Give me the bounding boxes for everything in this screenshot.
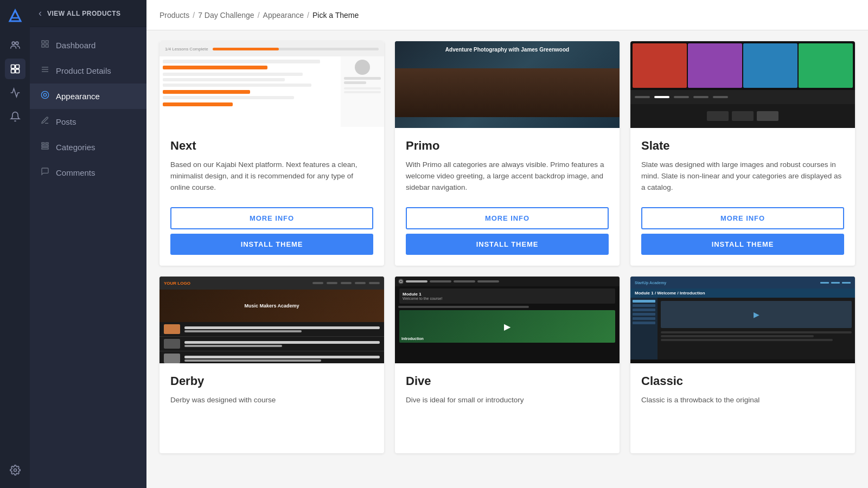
dashboard-icon: [41, 40, 49, 51]
more-info-button-next[interactable]: MORE INFO: [170, 207, 373, 229]
theme-grid: 1/4 Lessons Complete: [159, 41, 855, 453]
icon-chart[interactable]: [5, 82, 25, 103]
sidebar-item-posts[interactable]: Posts: [30, 109, 146, 134]
svg-rect-6: [11, 69, 15, 73]
theme-card-dive: Module 1 Welcome to the course! ▶ Introd…: [395, 277, 620, 453]
icon-settings[interactable]: [5, 460, 25, 480]
breadcrumb-sep-2: /: [258, 11, 260, 20]
theme-desc-next: Based on our Kajabi Next platform. Next …: [170, 159, 373, 197]
product-details-icon: [41, 65, 49, 76]
theme-card-slate: Slate Slate was designed with large imag…: [630, 41, 855, 266]
sidebar-item-dashboard-label: Dashboard: [56, 41, 95, 50]
theme-card-next: 1/4 Lessons Complete: [159, 41, 384, 266]
topbar: Products / 7 Day Challenge / Appearance …: [146, 0, 868, 30]
icon-active-section[interactable]: [5, 59, 25, 79]
theme-name-classic: Classic: [641, 374, 844, 388]
theme-preview-derby: YOUR LOGO Music Makers Academy: [159, 277, 384, 363]
sidebar-item-dashboard[interactable]: Dashboard: [30, 33, 146, 58]
breadcrumb-products[interactable]: Products: [159, 11, 189, 20]
sidebar-navigation: Dashboard Product Details Appearance: [30, 27, 146, 191]
svg-point-8: [14, 469, 16, 472]
sidebar-item-posts-label: Posts: [56, 117, 76, 126]
app-logo[interactable]: [5, 5, 25, 26]
theme-desc-derby: Derby was designed with course: [170, 395, 373, 433]
sidebar-item-categories-label: Categories: [56, 143, 95, 152]
breadcrumb-challenge[interactable]: 7 Day Challenge: [198, 11, 254, 20]
theme-name-derby: Derby: [170, 374, 373, 388]
svg-point-3: [15, 42, 18, 44]
sidebar-item-appearance-label: Appearance: [56, 92, 100, 101]
sidebar-item-comments-label: Comments: [56, 168, 95, 177]
theme-preview-next: 1/4 Lessons Complete: [159, 41, 384, 128]
theme-card-primo: Adventure Photography with James Greenwo…: [395, 41, 620, 266]
svg-point-17: [41, 91, 48, 98]
theme-desc-dive: Dive is ideal for small or introductory: [406, 395, 609, 433]
themes-content: 1/4 Lessons Complete: [146, 30, 868, 488]
svg-line-23: [402, 282, 403, 283]
theme-name-dive: Dive: [406, 374, 609, 388]
install-button-slate[interactable]: INSTALL THEME: [641, 234, 844, 255]
sidebar-item-appearance[interactable]: Appearance: [30, 84, 146, 109]
svg-rect-9: [42, 41, 44, 43]
theme-card-classic: StartUp Academy Module 1 / Welcome / Int…: [630, 277, 855, 453]
theme-body-next: Next Based on our Kajabi Next platform. …: [159, 128, 384, 266]
svg-rect-20: [42, 145, 48, 147]
theme-body-slate: Slate Slate was designed with large imag…: [630, 128, 855, 266]
theme-body-classic: Classic Classic is a throwback to the or…: [630, 363, 855, 453]
sidebar-item-categories[interactable]: Categories: [30, 134, 146, 160]
breadcrumb-sep-1: /: [193, 11, 195, 20]
theme-body-primo: Primo With Primo all categories are alwa…: [395, 128, 620, 266]
theme-preview-dive: Module 1 Welcome to the course! ▶ Introd…: [395, 277, 620, 363]
posts-icon: [41, 116, 49, 127]
theme-card-derby: YOUR LOGO Music Makers Academy: [159, 277, 384, 453]
svg-rect-19: [46, 143, 48, 144]
appearance-icon: [41, 91, 49, 102]
sidebar-item-product-details[interactable]: Product Details: [30, 58, 146, 84]
svg-rect-5: [15, 65, 19, 69]
svg-rect-18: [42, 143, 44, 144]
svg-marker-0: [10, 10, 21, 21]
sidebar: ‹ VIEW ALL PRODUCTS Dashboard Product De…: [30, 0, 146, 488]
primo-preview-title: Adventure Photography with James Greenwo…: [395, 47, 620, 53]
install-button-next[interactable]: INSTALL THEME: [170, 234, 373, 255]
back-arrow-icon: ‹: [39, 8, 42, 19]
icon-bar: [0, 0, 30, 488]
breadcrumb-appearance[interactable]: Appearance: [263, 11, 304, 20]
theme-desc-primo: With Primo all categories are always vis…: [406, 159, 609, 197]
theme-desc-classic: Classic is a throwback to the original: [641, 395, 844, 433]
theme-name-primo: Primo: [406, 139, 609, 153]
sidebar-item-comments[interactable]: Comments: [30, 160, 146, 185]
theme-desc-slate: Slate was designed with large images and…: [641, 159, 844, 197]
theme-body-dive: Dive Dive is ideal for small or introduc…: [395, 363, 620, 453]
theme-name-next: Next: [170, 139, 373, 153]
svg-point-22: [400, 280, 403, 283]
svg-rect-21: [42, 147, 48, 149]
view-all-products-button[interactable]: ‹ VIEW ALL PRODUCTS: [30, 0, 146, 27]
theme-body-derby: Derby Derby was designed with course: [159, 363, 384, 453]
breadcrumb: Products / 7 Day Challenge / Appearance …: [159, 11, 359, 20]
svg-rect-10: [46, 41, 48, 43]
svg-rect-11: [42, 44, 44, 47]
install-button-primo[interactable]: INSTALL THEME: [406, 234, 609, 255]
theme-name-slate: Slate: [641, 139, 844, 153]
svg-rect-12: [46, 44, 48, 47]
breadcrumb-current: Pick a Theme: [312, 11, 359, 20]
breadcrumb-sep-3: /: [307, 11, 309, 20]
svg-point-16: [43, 93, 46, 96]
svg-rect-7: [15, 69, 19, 73]
comments-icon: [41, 167, 49, 178]
icon-people[interactable]: [5, 35, 25, 55]
categories-icon: [41, 142, 49, 153]
theme-preview-slate: [630, 41, 855, 128]
sidebar-item-product-details-label: Product Details: [56, 66, 111, 75]
main-content: Products / 7 Day Challenge / Appearance …: [146, 0, 868, 488]
svg-point-2: [12, 42, 15, 44]
view-all-label: VIEW ALL PRODUCTS: [47, 10, 121, 17]
icon-bell[interactable]: [5, 106, 25, 127]
svg-rect-4: [11, 65, 15, 69]
theme-preview-primo: Adventure Photography with James Greenwo…: [395, 41, 620, 128]
more-info-button-primo[interactable]: MORE INFO: [406, 207, 609, 229]
more-info-button-slate[interactable]: MORE INFO: [641, 207, 844, 229]
theme-preview-classic: StartUp Academy Module 1 / Welcome / Int…: [630, 277, 855, 363]
